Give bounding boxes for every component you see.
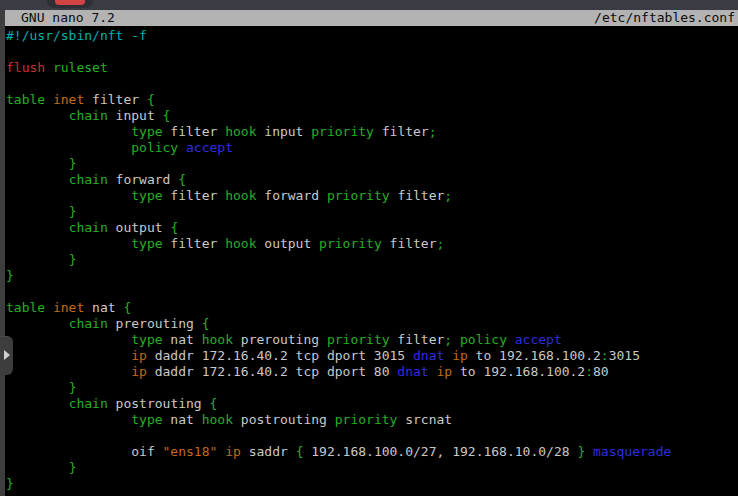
editor-line: type filter hook input priority filter; xyxy=(6,124,738,140)
nano-titlebar: GNU nano 7.2 /etc/nftables.conf xyxy=(5,10,738,26)
editor-line: } xyxy=(6,380,738,396)
expand-arrow-icon xyxy=(4,350,10,360)
editor-line: policy accept xyxy=(6,140,738,156)
editor-line: ip daddr 172.16.40.2 tcp dport 80 dnat i… xyxy=(6,364,738,380)
editor-line: } xyxy=(6,460,738,476)
console-viewport: GNU nano 7.2 /etc/nftables.conf #!/usr/s… xyxy=(0,0,738,496)
editor-line: chain prerouting { xyxy=(6,316,738,332)
editor-line xyxy=(6,284,738,300)
editor-line: ip daddr 172.16.40.2 tcp dport 3015 dnat… xyxy=(6,348,738,364)
editor-line: oif "ens18" ip saddr { 192.168.100.0/27,… xyxy=(6,444,738,460)
nano-filename-label: /etc/nftables.conf xyxy=(594,10,735,26)
editor-line: } xyxy=(6,268,738,284)
editor-line: flush ruleset xyxy=(6,60,738,76)
editor-line xyxy=(6,44,738,60)
editor-line: type nat hook prerouting priority filter… xyxy=(6,332,738,348)
editor-line xyxy=(6,428,738,444)
editor-line: } xyxy=(6,204,738,220)
browser-topbar xyxy=(0,0,738,10)
editor-line: #!/usr/sbin/nft -f xyxy=(6,28,738,44)
editor-line: } xyxy=(6,156,738,172)
nano-version-label: GNU nano 7.2 xyxy=(21,10,115,26)
editor-line: chain input { xyxy=(6,108,738,124)
editor-line: } xyxy=(6,476,738,492)
editor-line: chain forward { xyxy=(6,172,738,188)
editor-line: chain postrouting { xyxy=(6,396,738,412)
novnc-control-bar-handle[interactable] xyxy=(0,336,13,375)
editor-line: type filter hook forward priority filter… xyxy=(6,188,738,204)
nano-editor-content[interactable]: #!/usr/sbin/nft -f flush ruleset table i… xyxy=(5,26,738,496)
editor-line: type filter hook output priority filter; xyxy=(6,236,738,252)
active-tab-indicator[interactable] xyxy=(55,0,85,5)
editor-line: type nat hook postrouting priority srcna… xyxy=(6,412,738,428)
editor-line: chain output { xyxy=(6,220,738,236)
editor-line: } xyxy=(6,252,738,268)
editor-line: table inet filter { xyxy=(6,92,738,108)
editor-line: table inet nat { xyxy=(6,300,738,316)
editor-line xyxy=(6,76,738,92)
